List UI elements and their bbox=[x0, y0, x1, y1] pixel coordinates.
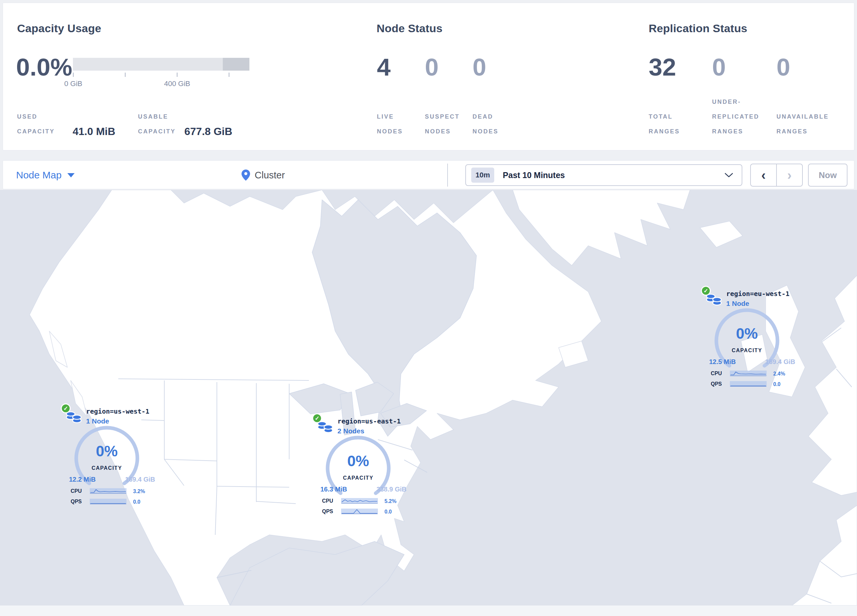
breadcrumb-label: Cluster bbox=[255, 170, 285, 181]
cpu-label: CPU bbox=[71, 488, 82, 494]
cpu-sparkline bbox=[730, 371, 767, 376]
database-stack-icon bbox=[65, 409, 82, 425]
live-nodes-label-line1: LIVE bbox=[377, 114, 394, 120]
suspect-nodes-label-line1: SUSPECT bbox=[425, 114, 460, 120]
region-total-capacity: 169.4 GiB bbox=[765, 358, 795, 366]
unavailable-ranges-label-line1: UNAVAILABLE bbox=[777, 114, 829, 120]
prev-time-button[interactable]: ‹ bbox=[751, 164, 777, 186]
view-selector-label: Node Map bbox=[16, 170, 62, 181]
cluster-summary-panel: Capacity Usage 0.0% 0 GiB 400 GiB USED C… bbox=[3, 3, 854, 150]
under-replicated-ranges-count: 0 bbox=[712, 55, 726, 80]
region-name: region=eu-west-1 bbox=[726, 290, 790, 298]
region-marker-us-east-1[interactable]: ✓ region=us-east-1 2 Nodes 0% CAPACITY 1… bbox=[312, 413, 415, 522]
time-range-badge: 10m bbox=[471, 168, 494, 183]
region-name: region=us-west-1 bbox=[86, 408, 150, 415]
dead-nodes-label-line2: NODES bbox=[473, 128, 498, 134]
database-stack-icon bbox=[705, 291, 722, 307]
total-ranges-label-line2: RANGES bbox=[649, 128, 680, 134]
map-toolbar: Node Map Cluster 10m Past 10 Minutes ‹ ›… bbox=[3, 160, 854, 189]
usable-capacity-label-line1: USABLE bbox=[138, 114, 168, 120]
region-used-capacity: 16.3 MiB bbox=[320, 486, 347, 493]
toolbar-divider bbox=[447, 164, 448, 187]
total-ranges-label-line1: TOTAL bbox=[649, 114, 673, 120]
chevron-right-icon: › bbox=[787, 168, 792, 182]
node-map: ✓ region=us-west-1 1 Node 0% CAPACITY 12… bbox=[0, 190, 857, 605]
region-capacity-percent: 0% bbox=[72, 442, 141, 460]
usable-capacity-label-line2: CAPACITY bbox=[138, 128, 176, 134]
region-capacity-label: CAPACITY bbox=[72, 465, 141, 471]
cpu-value: 3.2% bbox=[133, 488, 145, 494]
qps-value: 0.0 bbox=[773, 381, 780, 388]
chevron-down-icon bbox=[725, 173, 733, 178]
qps-value: 0.0 bbox=[384, 509, 392, 515]
region-capacity-label: CAPACITY bbox=[712, 347, 781, 354]
qps-label: QPS bbox=[322, 509, 333, 514]
axis-tick-label-low: 0 GiB bbox=[54, 80, 93, 88]
capacity-usage-bar bbox=[73, 58, 249, 71]
cpu-sparkline bbox=[341, 498, 378, 504]
qps-sparkline bbox=[90, 499, 127, 504]
dead-nodes-count: 0 bbox=[473, 55, 486, 80]
breadcrumb-cluster[interactable]: Cluster bbox=[241, 161, 285, 190]
unavailable-ranges-label-line2: RANGES bbox=[777, 128, 808, 134]
axis-tick bbox=[125, 73, 125, 77]
region-total-capacity: 169.4 GiB bbox=[125, 476, 155, 483]
used-capacity-label-line2: CAPACITY bbox=[17, 128, 55, 134]
capacity-usage-bar-other-segment bbox=[223, 58, 249, 71]
replication-status-title: Replication Status bbox=[649, 22, 747, 35]
under-replicated-label-line3: RANGES bbox=[712, 128, 743, 134]
qps-sparkline bbox=[730, 381, 767, 387]
used-capacity-label-line1: USED bbox=[17, 114, 37, 120]
total-ranges-count: 32 bbox=[649, 55, 676, 80]
region-used-capacity: 12.2 MiB bbox=[69, 476, 96, 483]
time-range-dropdown[interactable]: 10m Past 10 Minutes bbox=[465, 164, 742, 186]
page-footer-strip bbox=[0, 605, 857, 616]
capacity-usage-title: Capacity Usage bbox=[17, 22, 101, 35]
region-used-capacity: 12.5 MiB bbox=[709, 358, 736, 365]
suspect-nodes-label-line2: NODES bbox=[425, 128, 451, 134]
region-name: region=us-east-1 bbox=[337, 417, 401, 425]
under-replicated-label-line1: UNDER- bbox=[712, 99, 741, 105]
view-selector-dropdown[interactable]: Node Map bbox=[16, 161, 74, 190]
capacity-usage-percent: 0.0% bbox=[16, 55, 72, 80]
region-capacity-percent: 0% bbox=[324, 452, 393, 470]
cpu-value: 2.4% bbox=[773, 371, 785, 377]
cpu-label: CPU bbox=[322, 498, 333, 504]
live-nodes-label-line2: NODES bbox=[377, 128, 403, 134]
database-stack-icon bbox=[317, 418, 334, 434]
qps-value: 0.0 bbox=[133, 499, 140, 505]
used-capacity-value: 41.0 MiB bbox=[73, 126, 115, 137]
qps-sparkline bbox=[341, 509, 378, 514]
world-map bbox=[0, 190, 857, 605]
region-capacity-label: CAPACITY bbox=[324, 475, 393, 481]
axis-tick bbox=[177, 73, 178, 77]
suspect-nodes-count: 0 bbox=[425, 55, 439, 80]
region-total-capacity: 338.9 GiB bbox=[377, 486, 407, 493]
qps-label: QPS bbox=[711, 381, 722, 387]
usable-capacity-value: 677.8 GiB bbox=[184, 126, 232, 137]
time-range-label: Past 10 Minutes bbox=[503, 170, 565, 180]
region-marker-eu-west-1[interactable]: ✓ region=eu-west-1 1 Node 0% CAPACITY 12… bbox=[701, 286, 803, 394]
dead-nodes-label-line1: DEAD bbox=[473, 114, 493, 120]
under-replicated-label-line2: REPLICATED bbox=[712, 114, 760, 120]
chevron-down-icon bbox=[67, 173, 74, 178]
cpu-sparkline bbox=[90, 488, 127, 494]
live-nodes-count: 4 bbox=[377, 55, 391, 80]
axis-tick bbox=[229, 73, 229, 77]
qps-label: QPS bbox=[71, 499, 82, 505]
node-status-title: Node Status bbox=[377, 22, 442, 35]
now-button[interactable]: Now bbox=[808, 164, 848, 187]
next-time-button[interactable]: › bbox=[777, 164, 802, 186]
unavailable-ranges-count: 0 bbox=[777, 55, 790, 80]
chevron-left-icon: ‹ bbox=[761, 168, 766, 182]
region-capacity-percent: 0% bbox=[712, 324, 781, 342]
axis-tick bbox=[73, 73, 74, 77]
cpu-value: 5.2% bbox=[384, 499, 396, 504]
region-marker-us-west-1[interactable]: ✓ region=us-west-1 1 Node 0% CAPACITY 12… bbox=[61, 403, 163, 512]
cpu-label: CPU bbox=[711, 371, 722, 377]
axis-tick-label-high: 400 GiB bbox=[158, 80, 197, 88]
time-step-buttons: ‹ › bbox=[750, 164, 803, 187]
map-pin-icon bbox=[241, 170, 250, 181]
